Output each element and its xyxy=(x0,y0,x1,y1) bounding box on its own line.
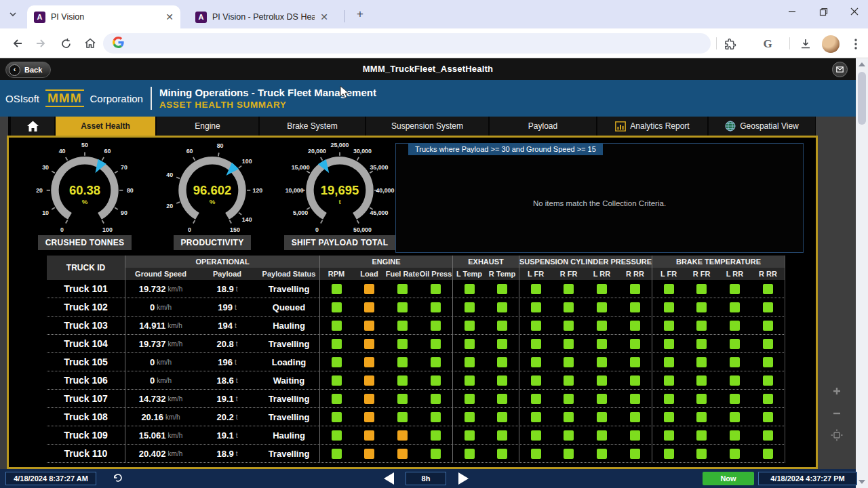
tab-brake-system[interactable]: Brake System xyxy=(260,117,365,136)
status-indicator xyxy=(718,335,751,352)
start-time-field[interactable]: 4/18/2024 8:37:27 AM xyxy=(5,472,96,485)
table-row[interactable]: Truck 1020km/h199tQueued xyxy=(47,298,785,317)
status-indicator xyxy=(386,426,419,444)
google-g-icon[interactable]: G xyxy=(758,35,777,54)
truck-id-header: TRUCK ID xyxy=(47,256,125,280)
status-indicator xyxy=(718,426,751,444)
ground-speed-cell: 19.737km/h xyxy=(125,335,196,352)
end-time-field[interactable]: 4/18/2024 4:37:27 PM xyxy=(758,472,857,485)
zoom-out-icon[interactable] xyxy=(830,407,844,420)
tab-analytics-report[interactable]: Analytics Report xyxy=(597,117,707,136)
table-row[interactable]: Truck 1050km/h196tLoading xyxy=(47,353,785,371)
fit-view-icon[interactable] xyxy=(830,428,844,442)
column-header: Payload xyxy=(196,268,258,280)
zoom-in-icon[interactable] xyxy=(830,384,844,398)
tab-payload[interactable]: Payload xyxy=(490,117,596,136)
status-indicator xyxy=(519,335,552,352)
tab-search-chevron-icon[interactable] xyxy=(5,7,20,21)
table-row[interactable]: Truck 10714.732km/h19.1tTravelling xyxy=(47,390,785,408)
close-icon[interactable]: ✕ xyxy=(320,12,328,22)
status-indicator xyxy=(386,298,419,316)
svg-text:30,000: 30,000 xyxy=(353,148,372,155)
scroll-up-icon[interactable] xyxy=(859,62,865,66)
step-forward-icon[interactable] xyxy=(458,472,469,485)
menu-icon[interactable] xyxy=(846,35,865,54)
download-icon[interactable] xyxy=(796,35,815,54)
status-indicator xyxy=(718,298,751,316)
forward-icon[interactable] xyxy=(31,33,52,54)
right-gutter xyxy=(818,117,856,469)
status-indicator xyxy=(353,298,386,316)
payload-cell: 199t xyxy=(196,298,258,316)
time-range-field[interactable]: 8h xyxy=(406,472,446,485)
status-indicator xyxy=(419,335,452,352)
tab-home[interactable] xyxy=(11,117,54,136)
ground-speed-cell: 14.911km/h xyxy=(125,317,196,334)
browser-tab-2[interactable]: A PI Vision - Petrolux DS Heat Ex ✕ xyxy=(189,5,335,28)
column-header: Fuel Rate xyxy=(386,268,419,280)
status-indicator xyxy=(718,280,751,298)
tab-geospatial-view[interactable]: Geospatial View xyxy=(709,117,815,136)
status-indicator xyxy=(386,335,419,352)
status-indicator xyxy=(685,353,718,371)
refresh-icon[interactable] xyxy=(113,472,123,486)
tab-label: Geospatial View xyxy=(740,121,799,131)
status-indicator xyxy=(386,408,419,426)
svg-text:19,695: 19,695 xyxy=(321,183,359,197)
table-row[interactable]: Truck 10119.732km/h18.9tTravelling xyxy=(47,280,785,298)
status-indicator xyxy=(419,371,452,389)
svg-text:20,000: 20,000 xyxy=(308,148,326,155)
minimize-icon[interactable] xyxy=(778,0,806,23)
tab-suspension-system[interactable]: Suspension System xyxy=(366,117,488,136)
step-back-icon[interactable] xyxy=(384,472,394,485)
payload-status-cell: Travelling xyxy=(258,449,319,459)
tab-engine[interactable]: Engine xyxy=(157,117,258,136)
ground-speed-cell: 20.402km/h xyxy=(125,445,196,462)
close-icon[interactable]: ✕ xyxy=(165,12,174,22)
restore-icon[interactable] xyxy=(810,0,837,23)
table-row[interactable]: Truck 10314.911km/h194tHauling xyxy=(47,317,785,335)
status-indicator xyxy=(319,298,353,316)
table-row[interactable]: Truck 10915.061km/h19.1tHauling xyxy=(47,426,785,445)
table-row[interactable]: Truck 1060km/h18.6tWaiting xyxy=(47,371,785,390)
scroll-down-icon[interactable] xyxy=(859,480,865,484)
tab-asset-health[interactable]: Asset Health xyxy=(56,117,155,136)
svg-text:45,000: 45,000 xyxy=(370,209,388,216)
back-button[interactable]: ‹ Back xyxy=(5,62,51,78)
status-indicator xyxy=(452,335,486,352)
reload-icon[interactable] xyxy=(56,33,76,54)
table-row[interactable]: Truck 10820.16km/h20.2tTravelling xyxy=(47,408,785,426)
browser-tab-1[interactable]: A PI Vision ✕ xyxy=(27,5,180,28)
tab-title: PI Vision - Petrolux DS Heat Ex xyxy=(212,12,315,22)
status-indicator xyxy=(618,426,652,444)
home-icon[interactable] xyxy=(80,33,100,54)
status-indicator xyxy=(751,280,785,298)
collapse-ribbon-icon[interactable] xyxy=(832,62,848,77)
gauge-productivity: 02040608010012014015096.602%PRODUCTIVITY xyxy=(153,139,272,250)
table-row[interactable]: Truck 10419.737km/h20.8tTravelling xyxy=(47,335,785,353)
column-header: L RR xyxy=(718,268,751,280)
column-header: Oil Press xyxy=(419,268,452,280)
osisoft-label: OSIsoft xyxy=(5,93,39,104)
back-icon[interactable] xyxy=(7,33,27,54)
status-indicator xyxy=(552,426,585,444)
avatar[interactable] xyxy=(821,35,840,54)
status-indicator xyxy=(751,390,785,407)
address-bar[interactable] xyxy=(103,33,711,54)
extensions-icon[interactable] xyxy=(720,35,739,54)
now-button[interactable]: Now xyxy=(703,472,754,485)
status-indicator xyxy=(452,408,486,426)
table-row[interactable]: Truck 11020.402km/h18.9tTravelling xyxy=(47,445,785,463)
brand-block: OSIsoft MMM Corporation xyxy=(0,89,143,107)
svg-text:100: 100 xyxy=(242,158,252,165)
svg-text:60.38: 60.38 xyxy=(69,183,100,197)
status-indicator xyxy=(486,280,519,298)
browser-tabstrip: A PI Vision ✕ A PI Vision - Petrolux DS … xyxy=(0,0,868,28)
column-header: Payload Status xyxy=(258,268,319,280)
svg-text:40,000: 40,000 xyxy=(376,187,394,194)
new-tab-button[interactable]: + xyxy=(353,7,368,22)
close-icon[interactable] xyxy=(841,0,868,23)
scrollbar-thumb[interactable] xyxy=(858,72,866,125)
collection-empty-message: No items match the Collection Criteria. xyxy=(396,199,803,207)
scrollbar[interactable] xyxy=(856,58,868,488)
